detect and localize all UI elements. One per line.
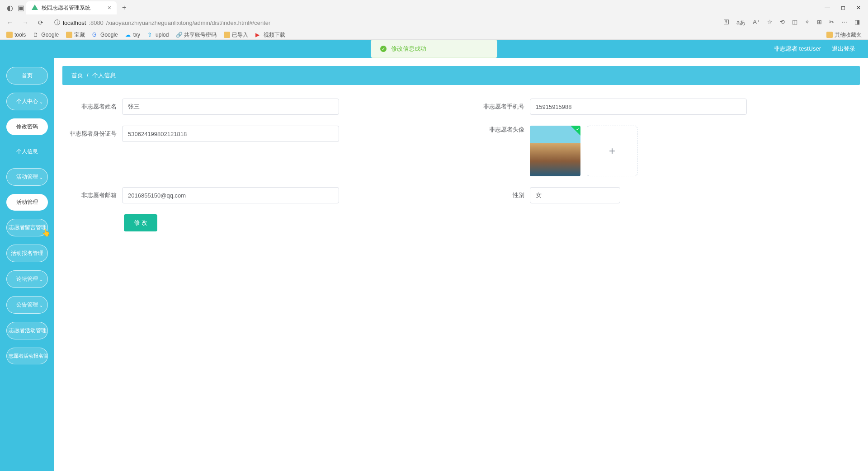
sidebar-item-vol-activity[interactable]: 志愿者活动管理 [6,322,48,339]
url-input[interactable]: ⓘ localhost:8080/xiaoyaunzhiyuanzheguanl… [51,17,719,28]
forward-button[interactable]: → [20,17,31,28]
form-row-avatar: 非志愿者头像 + [475,126,855,176]
success-toast: ✓ 修改信息成功 [371,40,497,58]
back-button[interactable]: ← [5,17,15,28]
gender-select[interactable] [530,187,620,203]
folder-icon [826,32,833,38]
share-icon: 🔗 [176,32,182,38]
phone-label: 非志愿者手机号 [475,103,524,111]
form-row-name: 非志愿者姓名 [67,99,448,115]
form-row-gender: 性别 [475,187,855,203]
breadcrumb-home[interactable]: 首页 [71,71,83,80]
clip-icon[interactable]: ✂ [829,19,834,27]
phone-input[interactable] [530,99,747,115]
app-root: 非志愿者 testUser 退出登录 ✓ 修改信息成功 首页 个人中心⌄ 修改密… [0,40,868,471]
split-icon[interactable]: ◫ [792,19,797,27]
gender-label: 性别 [475,191,524,199]
page-icon: 🗋 [33,32,39,38]
window-controls: — ◻ ✕ [825,5,868,11]
breadcrumb: 首页 / 个人信息 [62,66,860,85]
form-row-submit: 修 改 [67,214,448,231]
sidebar-item-change-password[interactable]: 修改密码 [6,118,48,135]
chevron-down-icon: ⌄ [39,174,43,179]
folder-icon [6,32,13,38]
submit-button[interactable]: 修 改 [124,214,157,231]
chevron-down-icon: ⌄ [39,302,43,307]
id-label: 非志愿者身份证号 [67,130,117,138]
browser-tab[interactable]: 校园志愿者管理系统 × [26,1,117,14]
bookmark-tools[interactable]: tools [6,32,26,38]
favorite-icon[interactable]: ☆ [767,19,773,27]
tabs-overview-icon[interactable]: ▣ [17,4,24,11]
google-icon: G [92,32,99,38]
check-icon [571,126,580,136]
new-tab-button[interactable]: + [118,4,130,12]
sync-icon[interactable]: ⟲ [780,19,785,27]
avatar-thumbnail[interactable] [530,126,580,176]
video-icon: ▶ [255,32,262,38]
maximize-icon[interactable]: ◻ [841,5,845,11]
bookmark-uplod[interactable]: ⇧uplod [147,32,169,38]
bookmark-google2[interactable]: GGoogle [92,32,118,38]
breadcrumb-separator: / [87,71,89,80]
site-info-icon[interactable]: ⓘ [54,19,60,27]
name-label: 非志愿者姓名 [67,103,117,111]
password-icon[interactable]: ⚿ [723,19,729,27]
cloud-icon: ☁ [125,32,132,38]
sidebar-item-volunteer-msg[interactable]: 志愿者留言管理 [6,219,48,236]
sidebar-item-forum[interactable]: 论坛管理⌄ [6,270,48,288]
user-info[interactable]: 非志愿者 testUser [774,45,821,53]
url-path: /xiaoyaunzhiyuanzheguanlixitong/admin/di… [106,19,271,26]
plus-icon: + [609,145,615,157]
sidebar-item-signup-mgmt[interactable]: 活动报名管理 [6,245,48,262]
tab-bar: ◐ ▣ 校园志愿者管理系统 × + — ◻ ✕ [0,0,868,15]
bookmark-imported[interactable]: 已导入 [224,31,248,39]
sidebar-item-personal[interactable]: 个人中心⌄ [6,93,48,110]
avatar-label: 非志愿者头像 [475,126,524,134]
translate-icon[interactable]: aあ [736,19,745,27]
email-input[interactable] [122,187,339,203]
bookmark-txy[interactable]: ☁txy [125,32,140,38]
tab-close-icon[interactable]: × [108,4,111,11]
menu-icon[interactable]: ⋯ [841,19,847,27]
bookmark-treasure[interactable]: 宝藏 [66,31,85,39]
toast-message: 修改信息成功 [391,45,426,53]
sidebar-item-vol-signup[interactable]: 志愿者活动报名管理 [6,348,48,364]
read-aloud-icon[interactable]: A⁺ [753,19,760,27]
avatar-upload-button[interactable]: + [587,126,637,176]
url-port: :8080 [89,19,104,26]
bookmark-video[interactable]: ▶视频下载 [255,31,285,39]
id-input[interactable] [122,126,339,142]
minimize-icon[interactable]: — [825,5,830,11]
bookmark-share[interactable]: 🔗共享账号密码 [176,31,217,39]
logout-button[interactable]: 退出登录 [832,45,855,53]
chevron-down-icon: ⌄ [39,277,43,282]
tab-favicon-icon [32,5,38,11]
form-row-email: 非志愿者邮箱 [67,187,448,203]
extensions-icon[interactable]: ⊞ [817,19,822,27]
collections-icon[interactable]: ✧ [805,19,810,27]
folder-icon [224,32,230,38]
sidebar-item-notice[interactable]: 公告管理⌄ [6,296,48,314]
breadcrumb-current: 个人信息 [92,71,116,80]
sidebar-item-activity-mgmt[interactable]: 活动管理⌄ [6,168,48,186]
form-row-id: 非志愿者身份证号 [67,126,448,142]
close-window-icon[interactable]: ✕ [856,5,861,11]
profile-icon[interactable]: ◐ [6,4,14,11]
other-bookmarks[interactable]: 其他收藏夹 [826,31,862,39]
sidebar-item-home[interactable]: 首页 [6,67,48,85]
sidebar-toggle-icon[interactable]: ◨ [854,19,860,27]
refresh-button[interactable]: ⟳ [35,17,46,28]
sidebar-item-activity-sub[interactable]: 活动管理 [6,194,48,211]
bookmark-google[interactable]: 🗋Google [33,32,59,38]
bookmarks-bar: tools 🗋Google 宝藏 GGoogle ☁txy ⇧uplod 🔗共享… [0,30,868,40]
address-bar: ← → ⟳ ⓘ localhost:8080/xiaoyaunzhiyuanzh… [0,15,868,30]
sidebar-item-profile[interactable]: 个人信息 [6,143,48,160]
name-input[interactable] [122,99,339,115]
email-label: 非志愿者邮箱 [67,191,117,199]
url-host: localhost [63,19,86,26]
main-content: 首页 / 个人信息 非志愿者姓名 非志愿者手机号 非志愿者身份证号 [54,58,868,471]
folder-icon [66,32,72,38]
profile-form: 非志愿者姓名 非志愿者手机号 非志愿者身份证号 非志愿者头像 [62,85,860,245]
form-row-phone: 非志愿者手机号 [475,99,855,115]
